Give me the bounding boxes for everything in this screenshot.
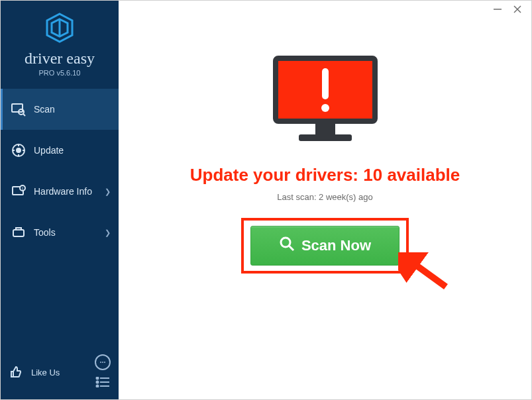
- tools-icon: [11, 225, 26, 240]
- svg-rect-15: [13, 230, 24, 236]
- minimize-button[interactable]: [493, 5, 502, 16]
- scan-now-label: Scan Now: [301, 237, 371, 254]
- svg-point-33: [321, 104, 329, 112]
- like-us-button[interactable]: Like Us: [9, 365, 60, 379]
- sidebar-item-hardware-info[interactable]: i Hardware Info ❯: [1, 171, 119, 212]
- main-panel: Update your drivers: 10 available Last s…: [119, 1, 531, 399]
- chevron-right-icon: ❯: [105, 228, 111, 237]
- search-icon: [279, 236, 295, 256]
- sidebar-item-update[interactable]: Update: [1, 130, 119, 171]
- sidebar-item-label: Scan: [34, 104, 55, 115]
- sidebar-item-label: Hardware Info: [34, 186, 92, 197]
- svg-point-34: [281, 238, 290, 247]
- thumbs-up-icon: [9, 365, 23, 379]
- headline: Update your drivers: 10 available: [190, 165, 460, 185]
- hw-icon: i: [11, 184, 26, 199]
- app-window: driver easy PRO v5.6.10 Scan: [1, 1, 531, 399]
- sidebar-item-tools[interactable]: Tools ❯: [1, 212, 119, 253]
- annotation-arrow-icon: [398, 252, 451, 295]
- sidebar: driver easy PRO v5.6.10 Scan: [1, 1, 119, 399]
- svg-point-18: [104, 362, 105, 363]
- sidebar-bottom: Like Us: [1, 345, 119, 399]
- scan-highlight-frame: Scan Now: [241, 218, 409, 274]
- svg-rect-31: [299, 134, 352, 141]
- sidebar-item-label: Tools: [34, 227, 56, 238]
- last-scan-text: Last scan: 2 week(s) ago: [277, 192, 373, 202]
- brand-version: PRO v5.6.10: [7, 69, 112, 77]
- svg-point-19: [97, 377, 99, 379]
- svg-rect-3: [12, 104, 23, 112]
- svg-rect-30: [315, 124, 335, 134]
- svg-point-16: [100, 362, 101, 363]
- chevron-right-icon: ❯: [105, 187, 111, 196]
- bottom-icons: [95, 354, 111, 390]
- content: Update your drivers: 10 available Last s…: [119, 17, 531, 274]
- svg-point-21: [97, 381, 99, 383]
- window-controls: [493, 5, 522, 16]
- update-icon: [11, 143, 26, 158]
- scan-icon: [11, 102, 26, 117]
- svg-line-35: [289, 246, 293, 250]
- svg-point-23: [97, 385, 99, 387]
- menu-icon[interactable]: [95, 377, 110, 390]
- svg-line-5: [23, 114, 25, 116]
- sidebar-item-scan[interactable]: Scan: [1, 89, 119, 130]
- brand-block: driver easy PRO v5.6.10: [1, 1, 119, 85]
- feedback-icon[interactable]: [95, 354, 111, 370]
- alert-monitor-icon: [269, 55, 382, 150]
- svg-line-36: [407, 259, 446, 287]
- close-button[interactable]: [513, 5, 522, 16]
- scan-now-button[interactable]: Scan Now: [250, 226, 399, 266]
- nav: Scan Update: [1, 89, 119, 253]
- svg-point-7: [17, 148, 21, 152]
- brand-logo-icon: [44, 13, 75, 46]
- brand-name: driver easy: [7, 50, 112, 68]
- svg-point-17: [102, 362, 103, 363]
- like-us-label: Like Us: [31, 368, 60, 377]
- sidebar-item-label: Update: [34, 145, 64, 156]
